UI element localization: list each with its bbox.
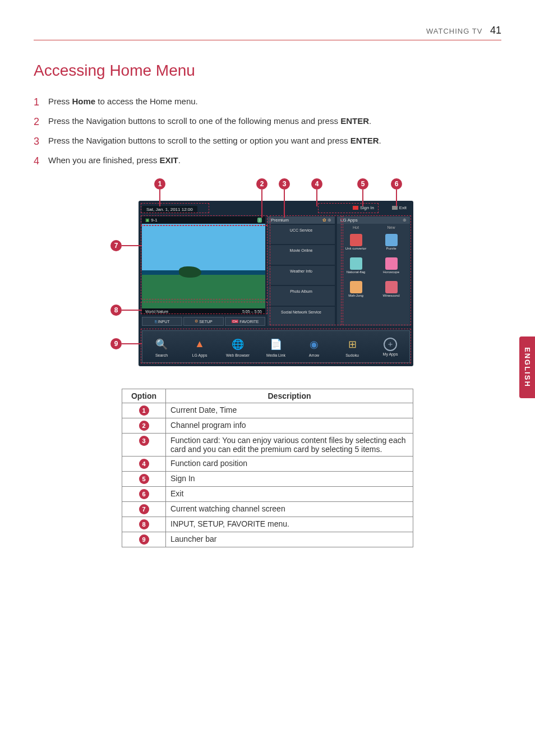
launcher-lgapps[interactable]: ▲LG Apps [181,331,219,362]
language-tab: ENGLISH [519,336,535,398]
step-1: 1Press Home to access the Home menu. [34,96,501,108]
step-4: 4When you are finished, press EXIT. [34,155,501,167]
tv-home-screen: Sat, Jan. 1, 2011 12:00 Sign In Exit ▣ 9… [139,201,413,366]
launcher-medialink[interactable]: 📄Media Link [257,331,295,362]
page-title: Accessing Home Menu [34,62,501,80]
step-2: 2Press the Navigation buttons to scroll … [34,116,501,128]
input-button[interactable]: ⎘INPUT [142,317,182,326]
table-row: 6 [122,487,166,502]
callout-1: 1 [154,178,165,190]
table-row: 7 [122,502,166,517]
sudoku-icon: ⊞ [344,336,360,352]
premium-item[interactable]: UCC Service [268,225,335,244]
home-menu-diagram: 1 2 3 4 5 6 7 8 9 Sat, Jan. 1, 20 [99,201,436,366]
tv-topbar: Sat, Jan. 1, 2011 12:00 Sign In Exit [142,204,410,214]
arrow-icon: ◉ [306,336,322,352]
lgapps-icon: ▲ [192,336,207,352]
callout-3: 3 [279,178,290,190]
app-icon [350,234,362,246]
lgapps-card[interactable]: LG Apps ⊕ Hot New Unit convertor Puzzle … [337,216,410,326]
plus-icon[interactable]: ⊕ [403,218,407,223]
table-row: 8 [122,517,166,532]
ch-icon: CH [232,320,239,323]
launcher-myapps[interactable]: ＋My Apps [371,331,409,362]
callout-8: 8 [110,305,122,316]
table-row: 9 [122,532,166,547]
page-header: WATCHING TV 41 [34,25,501,40]
table-row: 4 [122,457,166,472]
table-row: 1 [122,403,166,418]
launcher-browser[interactable]: 🌐Web Browser [219,331,257,362]
th-option: Option [122,389,166,403]
channel-bar: ▣ 9-1 i [142,216,265,224]
step-3: 3Press the Navigation buttons to scroll … [34,136,501,147]
tv-datetime: Sat, Jan. 1, 2011 12:00 [142,206,197,213]
app-tile[interactable]: Winesound [374,278,408,301]
app-icon [385,257,398,270]
table-row: 5 [122,472,166,487]
premium-item[interactable]: Movie Online [268,245,335,264]
table-row: 3 [122,434,166,457]
tv-main: ▣ 9-1 i World Nature 5:05 – 5:55 ⎘INPUT … [142,216,410,326]
callout-6: 6 [391,178,402,190]
search-icon: 🔍 [154,336,169,352]
app-icon [385,281,398,293]
launcher-search[interactable]: 🔍Search [142,331,181,362]
plus-icon[interactable]: ⊕ [328,218,331,223]
launcher-arrow[interactable]: ◉Arrow [295,331,333,362]
video-caption: World Nature 5:05 – 5:55 [142,308,265,315]
exit-icon [392,206,398,210]
app-tile[interactable]: Puzzle [374,231,408,253]
th-desc: Description [166,389,413,403]
launcher-sudoku[interactable]: ⊞Sudoku [333,331,371,362]
page-content: Accessing Home Menu 1Press Home to acces… [34,62,501,547]
callout-9: 9 [110,338,122,349]
apps-header: LG Apps ⊕ [337,216,410,224]
gear-icon: ⚙ [195,319,198,324]
signin-button[interactable]: Sign In [353,205,374,210]
info-icon[interactable]: i [257,218,262,223]
premium-item[interactable]: Social Network Service [268,307,335,326]
callout-2: 2 [256,178,268,190]
section-label: WATCHING TV [426,27,482,35]
callout-4: 4 [311,178,322,190]
gear-icon[interactable]: ✿ [322,218,326,223]
callout-7: 7 [110,240,122,251]
app-icon [350,281,362,293]
options-table: OptionDescription 1Current Date, Time 2C… [122,389,413,547]
app-tile[interactable]: National-flag [339,254,373,276]
media-icon: 📄 [268,336,284,352]
callout-5: 5 [357,178,368,190]
premium-header: Premium ✿ ⊕ [268,216,335,224]
app-icon [350,257,362,270]
video-preview[interactable] [142,224,265,308]
apps-grid: Hot New Unit convertor Puzzle National-f… [337,224,410,326]
app-tile[interactable]: Mah-Jong [339,278,373,301]
app-icon [385,234,398,246]
favorite-button[interactable]: CHFAVORITE [225,317,265,326]
table-row: 2 [122,418,166,434]
red-icon [353,206,358,210]
premium-card[interactable]: Premium ✿ ⊕ UCC Service Movie Online Wea… [268,216,335,326]
exit-button[interactable]: Exit [392,205,407,210]
steps-list: 1Press Home to access the Home menu. 2Pr… [34,96,501,167]
page-number: 41 [490,25,501,36]
plus-icon: ＋ [384,338,397,351]
menu-buttons: ⎘INPUT ⚙SETUP CHFAVORITE [142,317,265,326]
launcher-bar: 🔍Search ▲LG Apps 🌐Web Browser 📄Media Lin… [142,330,410,363]
globe-icon: 🌐 [230,336,246,352]
setup-button[interactable]: ⚙SETUP [183,317,224,326]
app-tile[interactable]: Horoscope [374,254,408,276]
premium-item[interactable]: Photo Album [268,286,335,305]
app-tile[interactable]: Unit convertor [339,231,373,253]
input-icon: ⎘ [155,320,157,324]
premium-item[interactable]: Weather Info [268,266,335,285]
video-column: ▣ 9-1 i World Nature 5:05 – 5:55 ⎘INPUT … [142,216,265,326]
